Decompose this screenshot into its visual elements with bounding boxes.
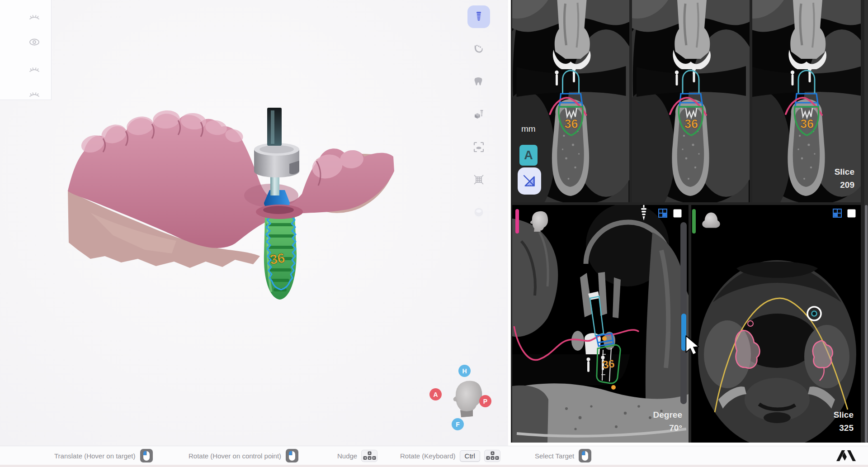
eye-closed-icon: [28, 66, 41, 75]
hint-translate-label: Translate (Hover on target): [54, 452, 136, 460]
measure-tool-button[interactable]: [518, 167, 541, 195]
3d-scene[interactable]: 36: [0, 0, 508, 446]
ctrl-key-badge: Ctrl: [460, 450, 480, 462]
toolbar-mesh-grid-button[interactable]: [467, 168, 490, 191]
arrow-keys-icon: [484, 450, 500, 462]
tooth-number-label: 36: [800, 117, 814, 131]
degree-value: 70°: [653, 421, 682, 434]
orientation-head[interactable]: [453, 381, 482, 418]
hint-translate: Translate (Hover on target): [54, 446, 153, 465]
axial-view[interactable]: Slice 325: [691, 205, 861, 443]
split-view-icon[interactable]: [833, 209, 842, 218]
slice-value: 325: [834, 421, 854, 434]
toolbar-scan-frame-button[interactable]: [467, 136, 490, 158]
shortcut-hint-bar: Translate (Hover on target) Rotate (Hove…: [0, 446, 868, 467]
3d-viewport[interactable]: 36: [0, 0, 508, 446]
mouse-left-icon: [140, 448, 153, 463]
mouse-left-icon: [578, 448, 592, 463]
window-edge: [0, 465, 868, 467]
arrow-keys-icon: [361, 450, 377, 462]
hint-rotate-keyboard-label: Rotate (Keyboard): [400, 452, 456, 460]
cross-section-view-2[interactable]: 36: [632, 0, 750, 202]
orientation-badge-posterior[interactable]: P: [479, 395, 491, 407]
visibility-toggle-3[interactable]: [26, 64, 42, 77]
toolbar-tooth-button[interactable]: [467, 71, 490, 93]
slice-label: Slice: [834, 408, 854, 421]
orientation-badge-foot[interactable]: F: [452, 418, 464, 430]
mouse-left-icon: [285, 448, 299, 463]
orientation-badge-head[interactable]: H: [458, 365, 471, 377]
ruler-icon: [521, 172, 538, 190]
visibility-toggle-1[interactable]: [26, 11, 42, 25]
slice-value: 209: [835, 178, 854, 191]
hint-select-target: Select Target: [535, 446, 592, 465]
mesh-grid-icon: [473, 174, 485, 186]
hint-nudge: Nudge: [337, 446, 377, 465]
ct-panel: 36 mm A 36 36 Sli: [511, 0, 868, 443]
mandible-icon: [473, 43, 485, 55]
eye-closed-icon: [28, 14, 41, 23]
hint-nudge-label: Nudge: [337, 452, 357, 460]
eye-closed-icon: [28, 91, 41, 100]
degree-indicator: Degree 70°: [653, 408, 682, 434]
slice-label: Slice: [835, 165, 854, 178]
visibility-toggle-4[interactable]: [26, 89, 42, 102]
slice-indicator: Slice 209: [835, 165, 854, 191]
panel-scrollbar[interactable]: [864, 0, 868, 443]
ct-cross-image: 36: [632, 0, 750, 202]
tooth-icon: [473, 76, 485, 88]
implant-marker-icon: [640, 205, 647, 222]
tooth-number-label: 36: [269, 250, 286, 267]
cross-section-view-3[interactable]: 36 Slice 209: [752, 0, 861, 202]
pano-view-color-tag: [515, 209, 519, 234]
hint-rotate-hover: Rotate (Hover on control point): [189, 446, 299, 465]
app-logo: [835, 449, 858, 462]
maximize-view-icon[interactable]: [847, 209, 856, 218]
sphere-icon: [473, 206, 485, 218]
tooth-number-label: 36: [602, 357, 615, 371]
dental-arch-model[interactable]: [68, 109, 394, 268]
eye-open-icon: [28, 38, 41, 47]
angle-slider[interactable]: [680, 222, 687, 404]
maximize-view-icon[interactable]: [673, 209, 682, 218]
scan-frame-icon: [473, 141, 485, 153]
toolbar-mandible-button[interactable]: [467, 38, 490, 61]
head-top-orientation-icon[interactable]: [701, 210, 721, 231]
implant-planning-app: 36: [0, 0, 868, 467]
implant-icon: [473, 11, 485, 23]
axial-view-color-tag: [692, 209, 696, 234]
angle-slider-thumb[interactable]: [681, 314, 686, 351]
cross-section-view-1[interactable]: 36 mm A: [512, 0, 629, 202]
visibility-toggle-2[interactable]: [26, 35, 42, 49]
tooth-number-label: 36: [564, 117, 578, 131]
split-view-icon[interactable]: [658, 209, 667, 218]
pano-section-view[interactable]: 36: [512, 205, 689, 443]
unit-label: mm: [521, 124, 536, 134]
implant-cube-icon: [473, 109, 485, 120]
slice-indicator: Slice 325: [834, 408, 854, 434]
axis-badge[interactable]: A: [519, 145, 538, 166]
ct-pano-image: 36: [512, 205, 689, 443]
hint-select-target-label: Select Target: [535, 452, 574, 460]
head-orientation-icon[interactable]: [528, 209, 549, 232]
visibility-sidebar: [0, 0, 52, 100]
hint-rotate-hover-label: Rotate (Hover on control point): [189, 452, 281, 460]
panel-scrollbar-thumb[interactable]: [865, 205, 868, 443]
toolbar-implant-button[interactable]: [467, 5, 490, 28]
toolbar-sphere-button[interactable]: [467, 201, 490, 224]
orientation-badge-anterior[interactable]: A: [429, 388, 442, 400]
ct-axial-image: [691, 205, 861, 443]
tooth-number-label: 36: [684, 117, 698, 131]
toolbar-implant-cube-button[interactable]: [467, 103, 490, 126]
degree-label: Degree: [653, 408, 682, 421]
hint-rotate-keyboard: Rotate (Keyboard) Ctrl: [400, 446, 500, 465]
